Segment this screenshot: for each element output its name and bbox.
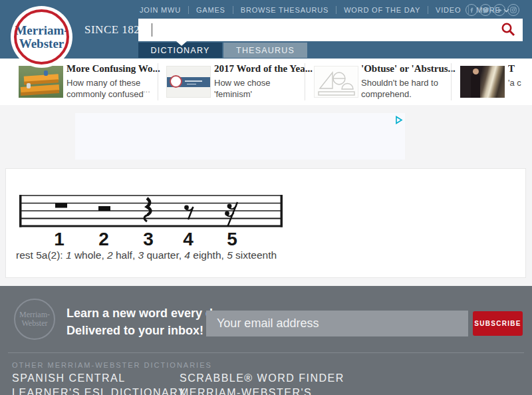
trending-card-3[interactable]: 'Obtuse' or 'Abstrus... Shouldn't be har… bbox=[305, 59, 451, 105]
footer-link-merriam-websters[interactable]: MERRIAM-WEBSTER'S bbox=[180, 387, 312, 395]
figure-number-2: 2 bbox=[98, 230, 109, 249]
search-input[interactable] bbox=[150, 21, 483, 39]
facebook-icon[interactable] bbox=[466, 4, 477, 16]
footer-link-learners-esl-dictionary[interactable]: LEARNER'S ESL DICTIONARY bbox=[12, 387, 186, 395]
nav-join-mwu[interactable]: JOIN MWU bbox=[140, 6, 188, 14]
trending-card-1-image bbox=[19, 66, 63, 98]
footer-divider bbox=[8, 352, 524, 353]
dictionary-entry-card: 1 2 3 4 5 rest 5a(2): 1 whole, 2 half, 3… bbox=[5, 168, 526, 278]
trending-card-2[interactable]: 2017 Word of the Yea... How we chose 'fe… bbox=[158, 59, 305, 105]
search-icon bbox=[500, 29, 516, 39]
tab-thesaurus[interactable]: THESAURUS bbox=[223, 43, 307, 58]
newsletter-promo-line2: Delivered to your inbox! bbox=[66, 324, 203, 338]
nav-video[interactable]: VIDEO bbox=[428, 6, 468, 14]
subscribe-button[interactable]: SUBSCRIBE bbox=[473, 311, 523, 336]
trending-card-1-more: ... bbox=[143, 84, 150, 94]
nav-browse-thesaurus[interactable]: BROWSE THESAURUS bbox=[233, 6, 336, 14]
newsletter-promo-line1: Learn a new word every day. bbox=[66, 307, 229, 321]
other-dictionaries-heading: OTHER MERRIAM-WEBSTER DICTIONARIES bbox=[12, 361, 212, 369]
trending-card-3-body: Shouldn't be hard to comprehend. bbox=[361, 77, 454, 100]
search-bar bbox=[138, 19, 523, 41]
trending-card-4[interactable]: T 'a c bbox=[452, 59, 523, 105]
email-field[interactable] bbox=[206, 311, 468, 336]
nav-games[interactable]: GAMES bbox=[188, 6, 233, 14]
ad-placeholder bbox=[75, 113, 405, 160]
trending-card-1-body: How many of these commonly confused bbox=[66, 77, 154, 100]
illustration-caption: rest 5a(2): 1 whole, 2 half, 3 quarter, … bbox=[16, 249, 277, 261]
nav-word-of-the-day[interactable]: WORD OF THE DAY bbox=[336, 6, 428, 14]
social-links bbox=[466, 4, 519, 16]
trending-card-3-title: 'Obtuse' or 'Abstrus... bbox=[361, 63, 456, 74]
trending-card-2-image bbox=[166, 66, 211, 98]
logo-ring bbox=[14, 9, 69, 65]
trending-card-2-body: How we chose 'feminism' bbox=[214, 77, 289, 100]
footer-link-spanish-central[interactable]: SPANISH CENTRAL bbox=[12, 372, 126, 384]
top-nav: JOIN MWU GAMES BROWSE THESAURUS WORD OF … bbox=[140, 5, 517, 15]
merriam-webster-logo[interactable]: Merriam- Webster bbox=[11, 6, 72, 68]
footer-link-scrabble-word-finder[interactable]: SCRABBLE® WORD FINDER bbox=[180, 372, 344, 384]
trending-card-1[interactable]: More Confusing Wo... How many of these c… bbox=[0, 59, 158, 105]
instagram-icon[interactable] bbox=[507, 4, 519, 16]
active-tab-caret bbox=[176, 41, 187, 46]
twitter-icon[interactable] bbox=[479, 4, 491, 16]
youtube-icon[interactable] bbox=[493, 4, 505, 16]
figure-number-4: 4 bbox=[183, 230, 194, 249]
trending-card-1-title: More Confusing Wo... bbox=[66, 63, 160, 74]
figure-number-5: 5 bbox=[227, 230, 237, 249]
trending-card-3-image bbox=[314, 66, 358, 98]
search-button[interactable] bbox=[499, 21, 517, 39]
footer-logo[interactable]: Merriam- Webster bbox=[14, 299, 55, 340]
merriam-webster-page: JOIN MWU GAMES BROWSE THESAURUS WORD OF … bbox=[0, 0, 532, 395]
trending-card-4-title: T bbox=[508, 63, 532, 74]
figure-number-1: 1 bbox=[54, 230, 65, 249]
header: JOIN MWU GAMES BROWSE THESAURUS WORD OF … bbox=[0, 0, 532, 59]
trending-card-4-body: 'a c bbox=[508, 77, 523, 88]
trending-card-4-image bbox=[460, 66, 505, 98]
figure-number-3: 3 bbox=[143, 230, 154, 249]
since-1828-tagline: SINCE 1828 bbox=[84, 23, 146, 37]
trending-carousel: More Confusing Wo... How many of these c… bbox=[0, 59, 532, 105]
trending-card-2-title: 2017 Word of the Yea... bbox=[214, 63, 313, 74]
adchoices-icon[interactable] bbox=[394, 115, 403, 127]
